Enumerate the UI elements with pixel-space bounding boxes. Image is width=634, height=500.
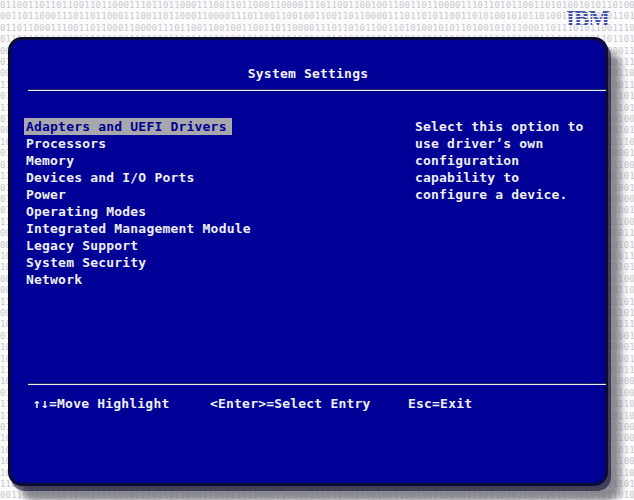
ibm-logo: IBM: [565, 5, 619, 32]
bios-screen: System Settings Adapters and UEFI Driver…: [8, 37, 608, 486]
menu-row: Devices and I/O Ports: [23, 170, 251, 187]
screen-title: System Settings: [11, 66, 605, 82]
settings-menu: Adapters and UEFI Drivers Processors Mem…: [23, 119, 251, 289]
menu-row: Memory: [23, 153, 251, 170]
menu-item-operating-modes[interactable]: Operating Modes: [26, 204, 146, 219]
help-line: configure a device.: [415, 187, 603, 204]
menu-item-legacy-support[interactable]: Legacy Support: [26, 238, 138, 253]
menu-item-memory[interactable]: Memory: [26, 153, 74, 168]
ibm-logo-graphic: IBM: [565, 5, 619, 32]
menu-row: Integrated Management Module: [23, 221, 251, 238]
help-text: Select this option to use driver’s own c…: [415, 119, 603, 204]
menu-item-adapters-and-uefi-drivers[interactable]: Adapters and UEFI Drivers: [24, 118, 232, 135]
hint-select-entry: <Enter>=Select Entry: [210, 396, 371, 411]
help-line: use driver’s own: [415, 136, 603, 153]
menu-row: Power: [23, 187, 251, 204]
menu-item-power[interactable]: Power: [26, 187, 66, 202]
desktop-background: 0110011011011001101100011101101100011100…: [0, 0, 634, 500]
title-separator: [28, 89, 606, 91]
menu-row: Adapters and UEFI Drivers: [23, 119, 251, 136]
menu-item-devices-and-io-ports[interactable]: Devices and I/O Ports: [26, 170, 195, 185]
key-hints: ↑↓=Move Highlight <Enter>=Select Entry E…: [11, 396, 605, 411]
menu-item-processors[interactable]: Processors: [26, 136, 106, 151]
menu-row: Legacy Support: [23, 238, 251, 255]
ibm-logo-text: IBM: [566, 6, 610, 31]
help-line: configuration: [415, 153, 603, 170]
hint-exit: Esc=Exit: [408, 396, 472, 411]
menu-row: Processors: [23, 136, 251, 153]
menu-item-system-security[interactable]: System Security: [26, 255, 146, 270]
menu-row: Network: [23, 272, 251, 289]
help-line: capability to: [415, 170, 603, 187]
menu-item-network[interactable]: Network: [26, 272, 82, 287]
menu-row: System Security: [23, 255, 251, 272]
hint-move-highlight: ↑↓=Move Highlight: [33, 396, 169, 411]
menu-item-integrated-management-module[interactable]: Integrated Management Module: [26, 221, 251, 236]
hints-separator: [28, 383, 606, 385]
help-line: Select this option to: [415, 119, 603, 136]
menu-row: Operating Modes: [23, 204, 251, 221]
